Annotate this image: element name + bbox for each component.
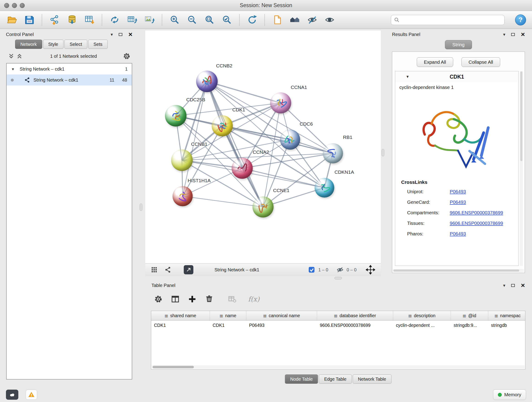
table-cell[interactable]: cyclin-dependent ...	[393, 323, 451, 328]
panel-close-icon[interactable]: ×	[521, 283, 525, 288]
network-node-cdc25b[interactable]	[165, 105, 186, 127]
collapse-triangle-icon[interactable]: ▼	[406, 75, 409, 79]
network-canvas[interactable]: CCNB2CCNA1CDC25BCDK1CDC6RB1CCNB1CCNA2CDK…	[145, 31, 381, 263]
open-session-button[interactable]	[6, 14, 18, 26]
tree-network-row-selected[interactable]: String Network – cdk1 11 48	[7, 75, 132, 85]
network-node-hist1h1a[interactable]	[172, 186, 193, 206]
table-cell[interactable]: P06493	[246, 323, 317, 328]
table-cell[interactable]: stringdb	[488, 323, 525, 328]
add-column-button[interactable]	[187, 294, 197, 304]
column-header-description[interactable]: ▦description	[393, 311, 451, 320]
crosslink-link[interactable]: P06493	[450, 199, 466, 205]
panel-float-icon[interactable]	[511, 284, 515, 287]
network-node-cdk1[interactable]	[212, 115, 233, 136]
tab-select[interactable]: Select	[64, 40, 87, 49]
selected-checkbox-icon[interactable]	[308, 266, 315, 273]
cloud-button[interactable]	[6, 390, 18, 400]
birdseye-view-button[interactable]	[184, 265, 193, 274]
delete-column-button[interactable]	[204, 294, 214, 304]
import-table-button[interactable]	[83, 14, 95, 26]
hide-annotations-button[interactable]	[306, 14, 318, 26]
window-close-button[interactable]	[4, 3, 9, 8]
expand-all-icon[interactable]	[16, 53, 23, 60]
search-box[interactable]	[391, 15, 505, 25]
zoom-out-button[interactable]	[186, 14, 198, 26]
splitter-handle-bottom[interactable]	[335, 277, 342, 279]
zoom-in-button[interactable]	[169, 14, 181, 26]
show-columns-button[interactable]	[170, 294, 180, 304]
warnings-button[interactable]	[26, 390, 37, 400]
table-cell[interactable]: 9606.ENSP00000378699	[317, 323, 393, 328]
network-node-ccnb2[interactable]	[196, 70, 218, 92]
network-node-cdkn1a[interactable]	[315, 178, 334, 198]
collapse-all-button[interactable]: Collapse All	[462, 57, 500, 67]
tab-network[interactable]: Network	[15, 40, 42, 49]
tab-node-table[interactable]: Node Table	[285, 375, 318, 384]
birdseye-toggle-button[interactable]	[289, 14, 301, 26]
horizontal-scrollbar[interactable]	[393, 269, 524, 272]
apply-layout-button[interactable]	[109, 14, 120, 26]
network-node-cdc6[interactable]	[280, 129, 300, 150]
search-input[interactable]	[402, 17, 501, 22]
tree-expand-triangle-icon[interactable]: ▼	[11, 67, 15, 71]
crosslink-link[interactable]: 9606.ENSP00000378699	[450, 220, 503, 226]
panel-float-icon[interactable]	[119, 33, 122, 36]
refresh-button[interactable]	[246, 14, 258, 26]
tree-collection-row[interactable]: ▼ String Network – cdk1 1	[7, 64, 132, 75]
network-share-icon[interactable]	[165, 266, 171, 273]
crosslink-link[interactable]: P06493	[450, 189, 466, 194]
expand-all-button[interactable]: Expand All	[417, 57, 453, 67]
column-header-name[interactable]: ▦name	[210, 311, 246, 320]
tab-style[interactable]: Style	[43, 40, 63, 49]
import-network-file-button[interactable]	[49, 14, 60, 26]
crosslink-link[interactable]: 9606.ENSP00000378699	[450, 210, 503, 216]
table-horizontal-scrollbar[interactable]	[152, 365, 525, 369]
tab-sets[interactable]: Sets	[88, 40, 108, 49]
grid-view-icon[interactable]	[151, 266, 158, 273]
tab-network-table[interactable]: Network Table	[353, 375, 391, 384]
import-network-database-button[interactable]	[66, 14, 78, 26]
splitter-handle-right[interactable]	[382, 149, 384, 156]
save-session-button[interactable]	[23, 14, 35, 26]
report-button[interactable]	[271, 14, 283, 26]
table-cell[interactable]: CDK1	[210, 323, 246, 328]
gene-header[interactable]: ▼ CDK1	[395, 71, 519, 82]
panel-menu-icon[interactable]: ▾	[111, 32, 113, 37]
collapse-all-icon[interactable]	[8, 53, 15, 60]
help-button[interactable]: ?	[515, 14, 526, 26]
export-image-button[interactable]	[143, 14, 155, 26]
panel-menu-icon[interactable]: ▾	[503, 32, 505, 37]
vertical-scrollbar[interactable]	[520, 71, 523, 266]
tab-string[interactable]: String	[445, 40, 472, 49]
window-zoom-button[interactable]	[20, 3, 25, 8]
splitter-handle-left[interactable]	[140, 204, 142, 211]
pan-crosshair-icon[interactable]	[366, 265, 375, 274]
network-from-table-button[interactable]	[126, 14, 138, 26]
memory-button[interactable]: Memory	[493, 389, 526, 400]
network-node-ccne1[interactable]	[253, 196, 273, 217]
crosslink-link[interactable]: P06493	[450, 231, 466, 236]
column-header-canonical-name[interactable]: ▦canonical name	[246, 311, 317, 320]
table-settings-button[interactable]	[153, 294, 163, 304]
zoom-fit-button[interactable]	[203, 14, 215, 26]
show-view-button[interactable]	[323, 14, 336, 26]
window-minimize-button[interactable]	[12, 3, 17, 8]
table-cell[interactable]: stringdb:9...	[451, 323, 488, 328]
panel-close-icon[interactable]: ×	[521, 32, 525, 37]
function-builder-button[interactable]: f(x)	[248, 295, 260, 303]
panel-close-icon[interactable]: ×	[128, 32, 133, 37]
network-node-ccna2[interactable]	[232, 158, 253, 179]
tab-edge-table[interactable]: Edge Table	[319, 375, 352, 384]
gear-icon[interactable]	[123, 52, 131, 60]
hidden-eye-icon[interactable]	[336, 266, 343, 273]
table-cell[interactable]: CDK1	[151, 323, 210, 328]
column-header-namespac[interactable]: ▦namespac	[488, 311, 525, 320]
column-header-shared-name[interactable]: ▦shared name	[151, 311, 210, 320]
column-header-id[interactable]: ▦@id	[451, 311, 488, 320]
panel-float-icon[interactable]	[511, 33, 515, 36]
zoom-selected-button[interactable]	[221, 14, 233, 26]
panel-menu-icon[interactable]: ▾	[503, 283, 505, 288]
network-node-rb1[interactable]	[323, 143, 343, 163]
table-row[interactable]: CDK1CDK1P064939606.ENSP00000378699cyclin…	[151, 321, 525, 330]
network-node-ccnb1[interactable]	[171, 149, 193, 171]
